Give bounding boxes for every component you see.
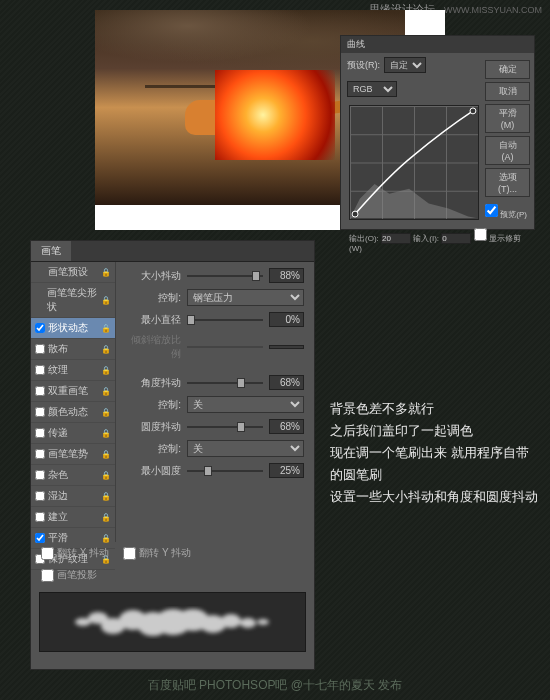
lock-icon: 🔒 xyxy=(101,408,111,417)
sidebar-item-2[interactable]: 形状动态🔒 xyxy=(31,318,115,339)
output-label: 输出(O): xyxy=(349,234,379,243)
lock-icon: 🔒 xyxy=(101,366,111,375)
flip-y-check[interactable]: 翻转 Y 抖动 xyxy=(123,546,191,560)
control2-select[interactable]: 关 xyxy=(187,396,304,413)
flip-x-check[interactable]: 翻转 X 抖动 xyxy=(41,546,109,560)
preview-check[interactable] xyxy=(485,204,498,217)
sidebar-item-11[interactable]: 建立🔒 xyxy=(31,507,115,528)
size-jitter-slider[interactable] xyxy=(187,269,263,283)
input-label: 输入(I): xyxy=(413,234,439,243)
svg-point-0 xyxy=(352,211,358,217)
svg-point-10 xyxy=(221,614,241,628)
lock-icon: 🔒 xyxy=(101,268,111,277)
sidebar-item-6[interactable]: 颜色动态🔒 xyxy=(31,402,115,423)
lock-icon: 🔒 xyxy=(101,450,111,459)
brush-sidebar: 画笔预设🔒画笔笔尖形状🔒形状动态🔒散布🔒纹理🔒双重画笔🔒颜色动态🔒传递🔒画笔笔势… xyxy=(31,262,116,542)
watermark-url: WWW.MISSYUAN.COM xyxy=(444,5,542,15)
lock-icon: 🔒 xyxy=(101,387,111,396)
control1-select[interactable]: 钢笔压力 xyxy=(187,289,304,306)
output-field[interactable] xyxy=(381,233,411,244)
sidebar-item-8[interactable]: 画笔笔势🔒 xyxy=(31,444,115,465)
sidebar-item-5[interactable]: 双重画笔🔒 xyxy=(31,381,115,402)
brush-proj-check[interactable]: 画笔投影 xyxy=(41,568,97,582)
cancel-button[interactable]: 取消 xyxy=(485,82,530,101)
sidebar-item-10[interactable]: 湿边🔒 xyxy=(31,486,115,507)
angle-jitter-slider[interactable] xyxy=(187,376,263,390)
min-round-slider[interactable] xyxy=(187,464,263,478)
brush-preview xyxy=(39,592,306,652)
curves-dialog[interactable]: 曲线 预设(R): 自定 RGB 确定 取消 平滑(M) 自动(A) 选项(T)… xyxy=(340,35,535,230)
options-button[interactable]: 选项(T)... xyxy=(485,168,530,197)
input-field[interactable] xyxy=(441,233,471,244)
min-diameter-slider[interactable] xyxy=(187,313,263,327)
sidebar-item-7[interactable]: 传递🔒 xyxy=(31,423,115,444)
lock-icon: 🔒 xyxy=(101,296,111,305)
svg-point-12 xyxy=(257,619,269,625)
channel-select[interactable]: RGB xyxy=(347,81,397,97)
sidebar-item-4[interactable]: 纹理🔒 xyxy=(31,360,115,381)
sidebar-item-0[interactable]: 画笔预设🔒 xyxy=(31,262,115,283)
lock-icon: 🔒 xyxy=(101,324,111,333)
tab-brush[interactable]: 画笔 xyxy=(31,241,71,261)
ok-button[interactable]: 确定 xyxy=(485,60,530,79)
curves-graph[interactable] xyxy=(349,105,479,220)
smooth-button[interactable]: 平滑(M) xyxy=(485,104,530,133)
sidebar-item-1[interactable]: 画笔笔尖形状🔒 xyxy=(31,283,115,318)
lock-icon: 🔒 xyxy=(101,513,111,522)
sidebar-item-9[interactable]: 杂色🔒 xyxy=(31,465,115,486)
lock-icon: 🔒 xyxy=(101,345,111,354)
svg-point-11 xyxy=(240,618,256,628)
curves-title: 曲线 xyxy=(341,36,534,53)
preset-select[interactable]: 自定 xyxy=(384,57,426,73)
show-clip-check[interactable] xyxy=(474,228,487,241)
preset-label: 预设(R): xyxy=(347,59,380,72)
footer-text: 百度贴吧 PHOTOHSOP吧 @十七年的夏天 发布 xyxy=(0,677,550,694)
svg-point-1 xyxy=(470,108,476,114)
control3-select[interactable]: 关 xyxy=(187,440,304,457)
brush-main: 大小抖动88% 控制:钢笔压力 最小直径0% 倾斜缩放比例 角度抖动68% 控制… xyxy=(116,262,314,542)
lock-icon: 🔒 xyxy=(101,534,111,543)
lock-icon: 🔒 xyxy=(101,471,111,480)
instructions-text: 背景色差不多就行 之后我们盖印了一起调色 现在调一个笔刷出来 就用程序自带的圆笔… xyxy=(330,398,540,508)
brush-settings-panel[interactable]: 画笔 画笔预设🔒画笔笔尖形状🔒形状动态🔒散布🔒纹理🔒双重画笔🔒颜色动态🔒传递🔒画… xyxy=(30,240,315,670)
lock-icon: 🔒 xyxy=(101,429,111,438)
sidebar-item-3[interactable]: 散布🔒 xyxy=(31,339,115,360)
auto-button[interactable]: 自动(A) xyxy=(485,136,530,165)
round-jitter-slider[interactable] xyxy=(187,420,263,434)
lock-icon: 🔒 xyxy=(101,492,111,501)
